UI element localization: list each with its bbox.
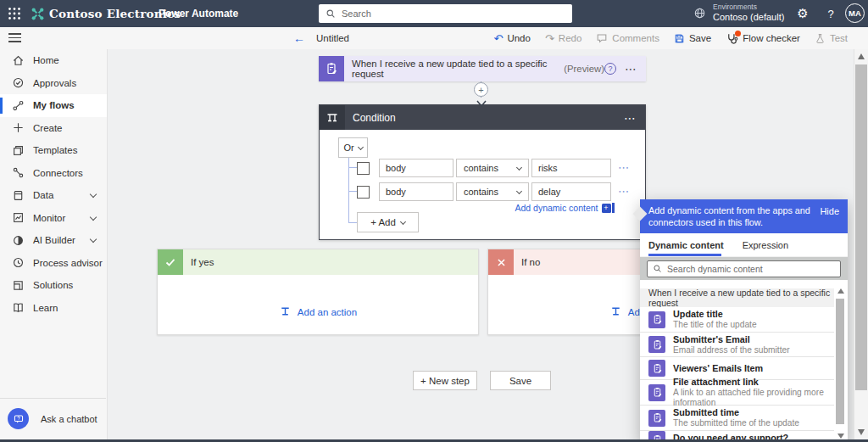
condition-value-input[interactable]: [531, 159, 611, 177]
panel-scrollbar[interactable]: [836, 288, 846, 439]
scroll-down-icon[interactable]: [858, 429, 865, 435]
if-no-title: If no: [521, 257, 540, 267]
list-item[interactable]: Update titleThe title of the update: [640, 307, 834, 333]
save-label: Save: [689, 33, 711, 43]
test-label: Test: [830, 33, 848, 43]
row-checkbox[interactable]: [357, 186, 370, 199]
sidebar-item-label: Data: [33, 190, 53, 200]
undo-button[interactable]: ↶ Undo: [494, 32, 531, 45]
sidebar-item-my-flows[interactable]: My flows: [0, 94, 107, 117]
if-yes-add-action-label: Add an action: [298, 307, 357, 317]
save-button[interactable]: Save: [674, 33, 711, 44]
sidebar-item-data[interactable]: Data: [0, 184, 107, 207]
sidebar-item-ai-builder[interactable]: AI Builder: [0, 229, 107, 252]
operator-value: contains: [464, 163, 498, 173]
chatbot-button[interactable]: [8, 408, 29, 429]
join-operator-dropdown[interactable]: Or: [338, 137, 368, 158]
condition-operator-select[interactable]: contains: [456, 159, 529, 177]
dynamic-content-panel: Add dynamic content from the apps and co…: [640, 199, 848, 442]
scroll-up-icon[interactable]: [837, 288, 844, 294]
condition-field-input[interactable]: [379, 182, 453, 201]
trigger-help-icon[interactable]: ?: [604, 63, 616, 75]
if-yes-header[interactable]: If yes: [158, 249, 478, 275]
sidebar-item-templates[interactable]: Templates: [0, 139, 107, 162]
sidebar-item-home[interactable]: Home: [0, 49, 107, 72]
flow-save-button[interactable]: Save: [490, 371, 551, 390]
scrollbar-thumb[interactable]: [855, 64, 867, 390]
hamburger-menu-icon[interactable]: [8, 33, 21, 42]
flow-checker-label: Flow checker: [743, 33, 800, 43]
chevron-down-icon: [90, 214, 97, 221]
hide-button[interactable]: Hide: [820, 205, 839, 217]
add-condition-button[interactable]: + Add: [357, 212, 419, 232]
row-more-icon[interactable]: ⋯: [618, 188, 630, 195]
sidebar-item-label: Approvals: [33, 78, 76, 88]
condition-title: Condition: [353, 112, 396, 124]
test-button[interactable]: Test: [815, 33, 848, 44]
connector-icon: [648, 311, 665, 328]
list-item[interactable]: Submitter's EmailEmail address of the su…: [640, 333, 834, 357]
comments-icon: [596, 32, 608, 44]
redo-button[interactable]: ↷ Redo: [545, 32, 581, 45]
add-condition-label: + Add: [370, 217, 396, 227]
if-yes-add-action-link[interactable]: Add an action: [158, 305, 478, 318]
dynamic-content-search-input[interactable]: [667, 264, 835, 274]
global-search-input[interactable]: [342, 8, 565, 19]
home-icon: [11, 53, 25, 67]
row-checkbox[interactable]: [357, 162, 370, 175]
sidebar-item-label: Connectors: [33, 168, 83, 178]
condition-operator-select[interactable]: contains: [456, 182, 529, 201]
back-arrow-icon[interactable]: ←: [293, 31, 305, 45]
comments-button[interactable]: Comments: [596, 32, 659, 44]
scrollbar-thumb[interactable]: [836, 299, 844, 424]
chevron-down-icon: [90, 191, 97, 198]
condition-tree-stub: [348, 191, 357, 192]
sidebar-item-process-advisor[interactable]: Process advisor: [0, 252, 107, 275]
my-flows-icon: [11, 98, 25, 112]
sidebar-item-monitor[interactable]: Monitor: [0, 207, 107, 230]
scroll-down-icon[interactable]: [837, 434, 844, 439]
sidebar-item-connectors[interactable]: Connectors: [0, 162, 107, 185]
app-name[interactable]: Power Automate: [159, 0, 238, 27]
sidebar-item-create[interactable]: Create: [0, 117, 107, 140]
list-item[interactable]: Submitted timeThe submitted time of the …: [640, 406, 834, 431]
item-title: Submitter's Email: [673, 334, 790, 345]
environments-icon: [693, 7, 706, 20]
dynamic-content-list: When I receive a new update tied to a sp…: [640, 280, 848, 442]
row-more-icon[interactable]: ⋯: [618, 165, 630, 171]
connector-icon: [648, 384, 665, 401]
sidebar-item-approvals[interactable]: Approvals: [0, 72, 107, 95]
environments-label: Environments: [713, 3, 784, 12]
global-search[interactable]: [319, 4, 572, 23]
flow-checker-button[interactable]: Flow checker: [726, 32, 800, 45]
scroll-up-icon[interactable]: [858, 53, 865, 59]
add-dynamic-content-label: Add dynamic content: [515, 203, 598, 213]
item-title: File attachment link: [673, 377, 834, 388]
trigger-card[interactable]: When I receive a new update tied to a sp…: [319, 56, 646, 81]
condition-field-input[interactable]: [379, 159, 453, 177]
add-dynamic-content-link[interactable]: Add dynamic content +: [515, 203, 615, 213]
condition-value-input[interactable]: [531, 182, 611, 201]
search-icon: [326, 8, 336, 19]
power-automate-app: When I receive a new update tied to a sp…: [0, 0, 868, 442]
sidebar-item-label: Learn: [33, 303, 58, 313]
tab-dynamic-content[interactable]: Dynamic content: [648, 240, 724, 250]
list-item[interactable]: File attachment linkA link to an attache…: [640, 380, 834, 406]
help-icon[interactable]: ?: [818, 0, 843, 27]
page-scrollbar[interactable]: [854, 49, 868, 442]
environment-picker[interactable]: Environments Contoso (default): [693, 3, 784, 23]
trigger-more-icon[interactable]: ⋯: [625, 64, 637, 73]
settings-gear-icon[interactable]: ⚙: [790, 0, 815, 27]
condition-more-icon[interactable]: ⋯: [624, 111, 645, 125]
sidebar-nav: Home Approvals My flows Create Templates…: [0, 49, 108, 442]
dynamic-content-search[interactable]: [647, 260, 841, 277]
sidebar-item-learn[interactable]: Learn: [0, 297, 107, 320]
chatbot-label: Ask a chatbot: [41, 414, 97, 424]
new-step-button[interactable]: + New step: [413, 371, 477, 390]
sidebar-item-solutions[interactable]: Solutions: [0, 274, 107, 297]
tab-expression[interactable]: Expression: [743, 240, 788, 250]
account-avatar[interactable]: MA: [845, 3, 865, 23]
connector-arrow-icon: [476, 95, 487, 110]
waffle-menu-icon[interactable]: [8, 7, 21, 20]
action-icon: [609, 305, 622, 318]
